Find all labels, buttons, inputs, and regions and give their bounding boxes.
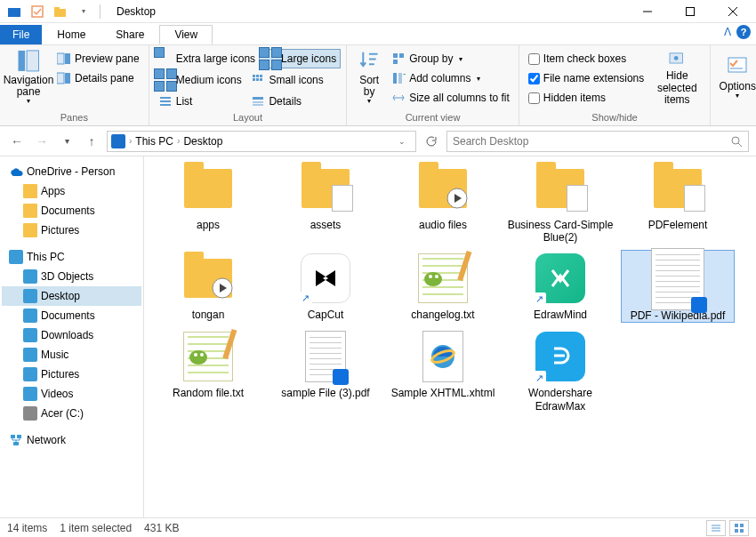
- qat-folder-icon[interactable]: [4, 2, 25, 21]
- breadcrumb[interactable]: Desktop: [183, 135, 222, 148]
- hidden-items-toggle[interactable]: Hidden items: [525, 88, 647, 108]
- svg-rect-30: [399, 53, 404, 58]
- refresh-button[interactable]: [422, 132, 441, 151]
- titlebar: ▾ Desktop: [0, 0, 756, 23]
- up-button[interactable]: ↑: [82, 132, 101, 151]
- ribbon-group-layout-label: Layout: [155, 112, 341, 124]
- file-item[interactable]: PDF - Wikipedia.pdf: [621, 250, 735, 323]
- file-thumbnail: [646, 251, 710, 308]
- tree-item-label: Videos: [41, 388, 73, 400]
- tree-item-onedrive[interactable]: OneDrive - Person: [2, 162, 141, 181]
- tree-item-pictures1[interactable]: Pictures: [2, 220, 141, 240]
- tree-item-music[interactable]: Music: [2, 345, 141, 365]
- chevron-right-icon[interactable]: ›: [177, 136, 180, 146]
- layout-large-icons[interactable]: Large icons: [259, 49, 341, 68]
- tab-view[interactable]: View: [159, 25, 213, 44]
- svg-rect-1: [32, 6, 43, 17]
- item-check-boxes-toggle[interactable]: Item check boxes: [525, 49, 647, 68]
- svg-rect-16: [260, 75, 262, 77]
- file-item[interactable]: ↗EdrawMind: [503, 250, 617, 323]
- svg-rect-51: [457, 251, 471, 281]
- minimize-button[interactable]: [628, 0, 667, 23]
- file-item[interactable]: audio files: [386, 160, 500, 244]
- file-thumbnail: ↗: [294, 250, 358, 307]
- file-item[interactable]: ↗CapCut: [269, 250, 382, 323]
- tree-item-documents2[interactable]: Documents: [2, 306, 141, 325]
- layout-extra-large-icons[interactable]: Extra large icons: [155, 49, 259, 68]
- file-label: assets: [310, 219, 342, 231]
- svg-text:+: +: [403, 71, 406, 81]
- tree-item-3dobjects[interactable]: 3D Objects: [2, 267, 141, 286]
- preview-pane-button[interactable]: Preview pane: [53, 49, 143, 68]
- file-thumbnail: [646, 160, 710, 217]
- tab-share[interactable]: Share: [101, 25, 159, 44]
- file-item[interactable]: apps: [151, 160, 265, 244]
- tree-item-thispc[interactable]: This PC: [2, 247, 141, 267]
- help-icon[interactable]: ?: [736, 25, 751, 39]
- ribbon-collapse-icon[interactable]: ᐱ: [724, 26, 731, 38]
- tree-item-apps[interactable]: Apps: [2, 181, 141, 201]
- file-item[interactable]: assets: [269, 160, 382, 244]
- tree-item-label: This PC: [27, 251, 65, 263]
- file-item[interactable]: tongan: [151, 250, 265, 323]
- chevron-right-icon[interactable]: ›: [129, 136, 132, 146]
- recent-locations-button[interactable]: ▾: [57, 132, 76, 151]
- svg-point-53: [194, 353, 197, 357]
- svg-rect-61: [735, 524, 738, 527]
- svg-line-40: [738, 143, 742, 147]
- tree-item-network[interactable]: Network: [2, 430, 141, 450]
- file-item[interactable]: Random file.txt: [151, 328, 265, 413]
- size-all-columns-button[interactable]: Size all columns to fit: [388, 88, 513, 108]
- tree-item-acer[interactable]: Acer (C:): [2, 404, 141, 423]
- tree-item-downloads[interactable]: Downloads: [2, 325, 141, 345]
- details-view-toggle[interactable]: [706, 520, 726, 536]
- qat-properties-icon[interactable]: [27, 2, 48, 21]
- layout-small-icons[interactable]: Small icons: [247, 70, 341, 90]
- file-name-extensions-toggle[interactable]: File name extensions: [525, 68, 647, 88]
- add-columns-button[interactable]: +Add columns▾: [388, 68, 513, 88]
- file-item[interactable]: changelog.txt: [386, 250, 500, 323]
- back-button[interactable]: ←: [7, 132, 27, 151]
- file-list-view[interactable]: appsassetsaudio filesBusiness Card-Simpl…: [144, 156, 756, 517]
- details-pane-button[interactable]: Details pane: [53, 68, 143, 88]
- file-label: PDF - Wikipedia.pdf: [631, 309, 726, 322]
- tree-item-pictures2[interactable]: Pictures: [2, 365, 141, 384]
- file-item[interactable]: Sample XHTML.xhtml: [386, 328, 500, 413]
- file-thumbnail: [176, 160, 240, 217]
- ribbon-group-panes: Navigation pane ▾ Preview pane Details p…: [0, 45, 149, 125]
- svg-point-54: [200, 353, 204, 357]
- file-item[interactable]: sample File (3).pdf: [269, 328, 382, 413]
- qat-dropdown-icon[interactable]: ▾: [73, 2, 94, 21]
- tree-item-label: Downloads: [41, 329, 93, 341]
- file-thumbnail: ↗: [528, 328, 592, 385]
- group-by-button[interactable]: Group by▾: [388, 49, 513, 68]
- tab-home[interactable]: Home: [42, 25, 101, 44]
- layout-list[interactable]: List: [155, 92, 248, 111]
- options-button[interactable]: Options ▾: [716, 49, 756, 106]
- file-item[interactable]: Business Card-Simple Blue(2): [503, 160, 617, 244]
- qat-new-folder-icon[interactable]: [50, 2, 71, 21]
- sort-by-button[interactable]: Sort by ▾: [352, 49, 386, 106]
- forward-button[interactable]: →: [32, 132, 52, 151]
- file-label: Random file.txt: [173, 387, 244, 399]
- tree-item-documents1[interactable]: Documents: [2, 201, 141, 220]
- maximize-button[interactable]: [671, 0, 710, 23]
- search-box[interactable]: [446, 131, 749, 152]
- layout-details[interactable]: Details: [247, 92, 341, 111]
- search-input[interactable]: [453, 132, 727, 151]
- file-item[interactable]: ↗Wondershare EdrawMax: [503, 328, 617, 413]
- tree-item-desktop[interactable]: Desktop: [2, 286, 141, 306]
- tree-item-label: Pictures: [41, 224, 79, 236]
- address-bar[interactable]: › This PC › Desktop ⌄: [107, 131, 416, 152]
- breadcrumb[interactable]: This PC: [135, 135, 173, 148]
- large-icons-view-toggle[interactable]: [729, 520, 749, 536]
- tree-item-videos[interactable]: Videos: [2, 384, 141, 404]
- ribbon-group-showhide: Item check boxes File name extensions Hi…: [519, 45, 711, 125]
- tab-file[interactable]: File: [0, 25, 42, 44]
- file-item[interactable]: PDFelement: [621, 160, 735, 244]
- navigation-pane-button[interactable]: Navigation pane ▾: [5, 49, 52, 106]
- hide-selected-items-button[interactable]: Hide selected items: [649, 49, 704, 106]
- address-dropdown-button[interactable]: ⌄: [392, 132, 412, 151]
- layout-medium-icons[interactable]: Medium icons: [155, 70, 248, 90]
- close-button[interactable]: [713, 0, 752, 23]
